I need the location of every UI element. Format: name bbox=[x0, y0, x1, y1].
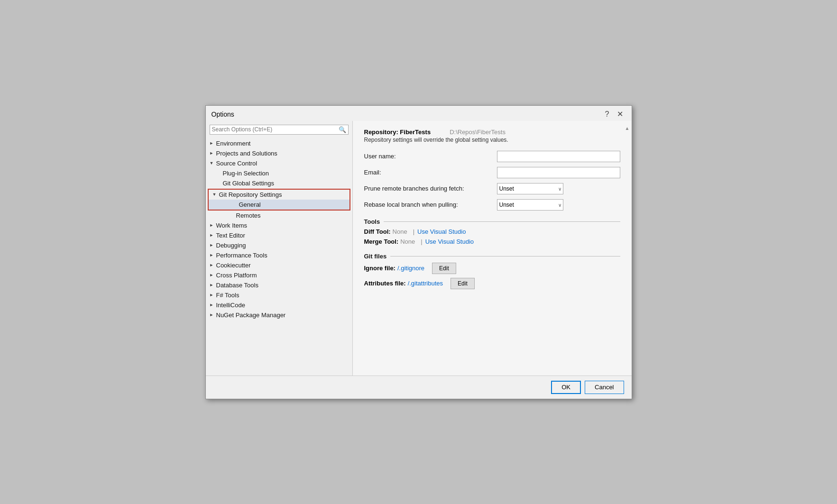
sidebar-item-label: F# Tools bbox=[216, 292, 350, 299]
email-row: Email: bbox=[364, 167, 620, 178]
title-bar: Options ? ✕ bbox=[206, 106, 632, 121]
diff-tool-none: None bbox=[393, 228, 407, 235]
git-files-section-label: Git files bbox=[364, 253, 387, 260]
rebase-label: Rebase local branch when pulling: bbox=[364, 201, 497, 208]
rebase-row: Rebase local branch when pulling: Unset … bbox=[364, 199, 620, 211]
repo-path: D:\Repos\FiberTests bbox=[450, 128, 506, 136]
diff-tool-row: Diff Tool: None | Use Visual Studio bbox=[364, 228, 620, 235]
sidebar-item-git-global-settings[interactable]: Git Global Settings bbox=[206, 178, 352, 188]
repo-name: Repository: FiberTests bbox=[364, 128, 431, 136]
prune-select[interactable]: Unset True False bbox=[497, 183, 563, 194]
sidebar-item-intellicode[interactable]: ► IntelliCode bbox=[206, 300, 352, 310]
sidebar-item-plugin-selection[interactable]: Plug-in Selection bbox=[206, 168, 352, 178]
chevron-right-icon: ► bbox=[210, 283, 216, 287]
chevron-down-icon: ▼ bbox=[210, 161, 216, 165]
help-button[interactable]: ? bbox=[602, 110, 612, 119]
email-field[interactable] bbox=[497, 167, 620, 178]
scroll-up-icon[interactable]: ▲ bbox=[625, 126, 630, 131]
chevron-right-icon: ► bbox=[210, 253, 216, 257]
email-label: Email: bbox=[364, 169, 497, 176]
sidebar-item-nuget[interactable]: ► NuGet Package Manager bbox=[206, 310, 352, 320]
sidebar-item-projects-solutions[interactable]: ► Projects and Solutions bbox=[206, 148, 352, 158]
rebase-select-wrapper: Unset True False bbox=[497, 199, 563, 211]
diff-tool-label: Diff Tool: bbox=[364, 228, 391, 235]
sidebar-item-performance-tools[interactable]: ► Performance Tools bbox=[206, 250, 352, 260]
sidebar-item-fsharp-tools[interactable]: ► F# Tools bbox=[206, 290, 352, 300]
sidebar-item-label: Cookiecutter bbox=[216, 262, 350, 269]
rebase-select[interactable]: Unset True False bbox=[497, 199, 563, 211]
chevron-down-icon: ▼ bbox=[212, 192, 219, 197]
diff-tool-link[interactable]: Use Visual Studio bbox=[417, 228, 466, 235]
chevron-right-icon: ► bbox=[210, 293, 216, 297]
sidebar-item-source-control[interactable]: ▼ Source Control bbox=[206, 158, 352, 168]
prune-select-wrapper: Unset True False bbox=[497, 183, 563, 194]
chevron-right-icon: ► bbox=[210, 302, 216, 307]
dialog-body: 🔍 ► Environment ► Projects and Solutions… bbox=[206, 121, 632, 376]
search-box[interactable]: 🔍 bbox=[210, 125, 349, 135]
ignore-file-value: /.gitignore bbox=[397, 265, 424, 272]
search-input[interactable] bbox=[212, 126, 339, 133]
diff-separator: | bbox=[413, 228, 414, 235]
username-label: User name: bbox=[364, 153, 497, 160]
left-panel: 🔍 ► Environment ► Projects and Solutions… bbox=[206, 121, 353, 376]
sidebar-item-general[interactable]: General bbox=[209, 200, 350, 210]
sidebar-item-git-repo-settings[interactable]: ▼ Git Repository Settings bbox=[209, 190, 350, 200]
repo-subtitle: Repository settings will override the gl… bbox=[364, 137, 620, 143]
sidebar-item-label: Plug-in Selection bbox=[223, 170, 350, 177]
sidebar-item-cookiecutter[interactable]: ► Cookiecutter bbox=[206, 260, 352, 270]
ignore-file-edit-button[interactable]: Edit bbox=[432, 263, 456, 274]
ignore-file-label: Ignore file: bbox=[364, 265, 396, 272]
sidebar-item-label: Environment bbox=[216, 140, 350, 147]
title-bar-buttons: ? ✕ bbox=[602, 110, 626, 119]
merge-tool-label: Merge Tool: bbox=[364, 238, 399, 245]
tools-section-title: Tools bbox=[364, 218, 620, 225]
prune-label: Prune remote branches during fetch: bbox=[364, 185, 497, 192]
attributes-file-edit-button[interactable]: Edit bbox=[451, 278, 475, 289]
chevron-right-icon: ► bbox=[210, 263, 216, 267]
repo-title-row: Repository: FiberTests D:\Repos\FiberTes… bbox=[364, 128, 620, 136]
sidebar-item-cross-platform[interactable]: ► Cross Platform bbox=[206, 270, 352, 280]
prune-row: Prune remote branches during fetch: Unse… bbox=[364, 183, 620, 194]
chevron-right-icon: ► bbox=[210, 223, 216, 228]
sidebar-item-label: NuGet Package Manager bbox=[216, 312, 350, 319]
attributes-file-label: Attributes file: bbox=[364, 280, 406, 287]
sidebar-item-work-items[interactable]: ► Work Items bbox=[206, 220, 352, 230]
sidebar-item-label: Performance Tools bbox=[216, 252, 350, 259]
chevron-right-icon: ► bbox=[210, 312, 216, 317]
sidebar-item-label: Cross Platform bbox=[216, 272, 350, 279]
ignore-file-row: Ignore file: /.gitignore Edit bbox=[364, 263, 620, 274]
merge-tool-row: Merge Tool: None | Use Visual Studio bbox=[364, 238, 620, 245]
username-field[interactable] bbox=[497, 151, 620, 162]
dialog-footer: OK Cancel bbox=[206, 376, 632, 399]
merge-separator: | bbox=[421, 238, 422, 245]
chevron-right-icon: ► bbox=[210, 233, 216, 238]
tree: ► Environment ► Projects and Solutions ▼… bbox=[206, 137, 352, 376]
chevron-right-icon: ► bbox=[210, 151, 216, 156]
sidebar-item-label: Text Editor bbox=[216, 232, 350, 239]
tools-section-label: Tools bbox=[364, 218, 380, 225]
merge-tool-none: None bbox=[400, 238, 415, 245]
sidebar-item-label: Database Tools bbox=[216, 282, 350, 289]
sidebar-item-environment[interactable]: ► Environment bbox=[206, 138, 352, 148]
options-dialog: Options ? ✕ 🔍 ► Environment ► Project bbox=[205, 105, 632, 399]
sidebar-item-debugging[interactable]: ► Debugging bbox=[206, 240, 352, 250]
close-button[interactable]: ✕ bbox=[614, 110, 626, 119]
chevron-right-icon: ► bbox=[210, 141, 216, 146]
sidebar-item-label: IntelliCode bbox=[216, 302, 350, 309]
sidebar-item-remotes[interactable]: Remotes bbox=[206, 211, 352, 220]
ok-button[interactable]: OK bbox=[551, 381, 581, 394]
username-row: User name: bbox=[364, 151, 620, 162]
sidebar-item-label: Projects and Solutions bbox=[216, 150, 350, 157]
git-files-section-title: Git files bbox=[364, 253, 620, 260]
sidebar-item-label: Git Global Settings bbox=[223, 180, 350, 187]
merge-tool-link[interactable]: Use Visual Studio bbox=[425, 238, 474, 245]
cancel-button[interactable]: Cancel bbox=[585, 381, 624, 394]
sidebar-item-label: Git Repository Settings bbox=[219, 191, 347, 198]
sidebar-item-label: Work Items bbox=[216, 222, 350, 229]
sidebar-item-label: General bbox=[239, 201, 347, 208]
sidebar-item-text-editor[interactable]: ► Text Editor bbox=[206, 230, 352, 240]
right-panel: ▲ Repository: FiberTests D:\Repos\FiberT… bbox=[353, 121, 632, 376]
chevron-right-icon: ► bbox=[210, 243, 216, 247]
sidebar-item-database-tools[interactable]: ► Database Tools bbox=[206, 280, 352, 290]
sidebar-item-label: Remotes bbox=[236, 212, 350, 219]
